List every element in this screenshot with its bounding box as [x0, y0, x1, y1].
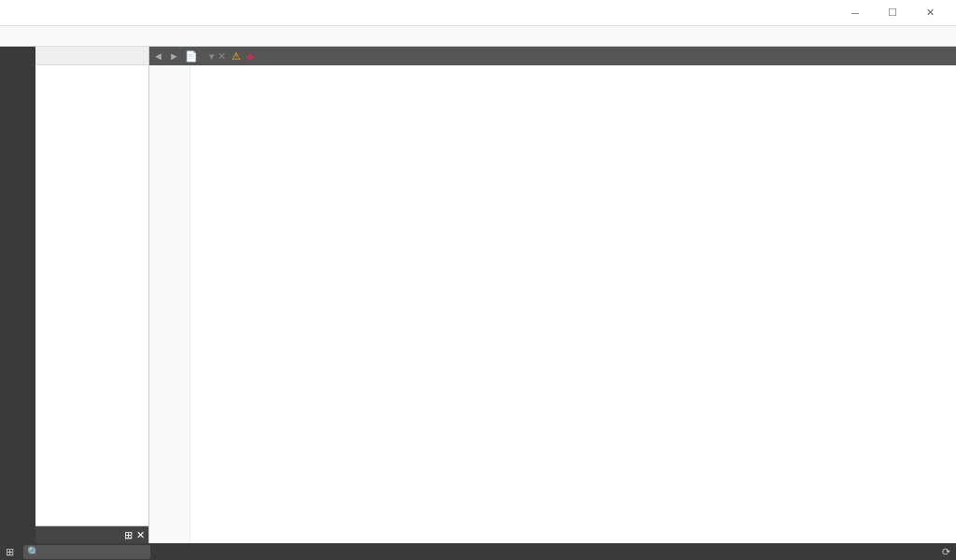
project-tree[interactable]: [35, 65, 148, 525]
locate-icon[interactable]: ⊞: [6, 546, 14, 558]
search-icon: 🔍: [27, 546, 40, 558]
editor-toolbar: ◄ ► 📄 ▾ ✕ ⚠ ◆: [149, 47, 956, 65]
minimize-button[interactable]: ─: [836, 2, 874, 24]
project-sidepanel: ⊞ ✕: [35, 47, 149, 543]
editor-area: ◄ ► 📄 ▾ ✕ ⚠ ◆: [149, 47, 956, 543]
sidepanel-header: [35, 47, 148, 65]
symbol-icon: ◆: [246, 50, 254, 63]
progress-icon[interactable]: ⟳: [942, 546, 950, 558]
open-documents: ⊞ ✕: [35, 525, 148, 543]
nav-back-icon[interactable]: ◄: [153, 50, 163, 62]
code-content[interactable]: [190, 65, 956, 543]
open-documents-header: ⊞ ✕: [35, 526, 148, 543]
nav-fwd-icon[interactable]: ►: [169, 50, 179, 62]
warning-icon[interactable]: ⚠: [232, 50, 241, 63]
mode-bar: [0, 47, 35, 543]
line-gutter[interactable]: [149, 65, 190, 543]
menubar: [0, 26, 956, 47]
close-button[interactable]: ✕: [911, 2, 949, 24]
code-editor[interactable]: [149, 65, 956, 543]
locator-input[interactable]: [44, 547, 147, 557]
locator[interactable]: 🔍: [23, 545, 150, 559]
maximize-button[interactable]: ☐: [874, 2, 911, 24]
status-bar: ⊞ 🔍 ⟳: [0, 543, 956, 560]
window-titlebar: ─ ☐ ✕: [0, 0, 956, 26]
split-icon[interactable]: ⊞: [124, 529, 133, 541]
close-panel-icon[interactable]: ✕: [136, 529, 145, 541]
file-icon: 📄: [185, 50, 198, 63]
